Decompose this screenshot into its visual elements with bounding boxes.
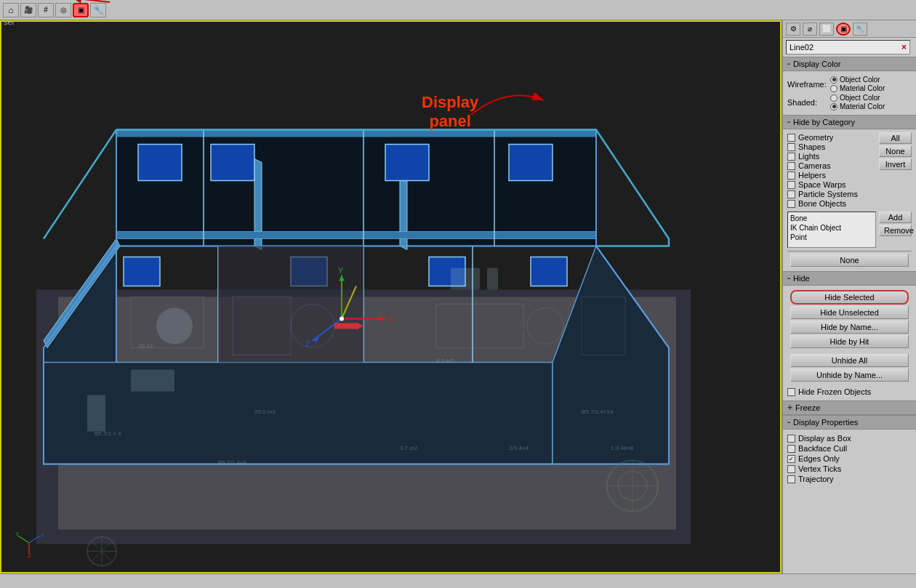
hide-category-title: Hide by Category (793, 118, 855, 126)
display-props-header[interactable]: - Display Properties (783, 415, 916, 430)
svg-rect-25 (211, 145, 254, 181)
cat-helpers-label: Helpers (798, 171, 826, 180)
none-button-bottom[interactable]: None (790, 254, 909, 267)
category-list: Geometry Shapes Lights Cameras (787, 132, 876, 209)
shaded-object-color[interactable]: Object Color (830, 94, 885, 102)
radio-shaded-material[interactable] (830, 103, 837, 110)
toolbar-icon-3[interactable]: # (38, 3, 54, 17)
object-name-field: Line02 × (786, 40, 910, 55)
cat-helpers: Helpers (787, 171, 876, 180)
svg-text:1.0 40×8: 1.0 40×8 (611, 445, 634, 451)
display-color-header[interactable]: - Display Color (783, 57, 916, 71)
shaded-object-label: Object Color (840, 94, 880, 102)
panel-icon-motion[interactable]: ⚙ (786, 23, 800, 36)
hide-by-hit-button[interactable]: Hide by Hit (790, 335, 909, 348)
toolbar-icon-2[interactable]: 🎥 (20, 3, 36, 17)
vertex-ticks-label: Vertex Ticks (798, 464, 841, 473)
cb-display-as-box[interactable] (787, 435, 795, 443)
freeze-section-header[interactable]: + Freeze (783, 400, 916, 415)
svg-text:X: X (41, 532, 44, 539)
svg-text:X: X (389, 315, 395, 323)
cat-cameras-label: Cameras (798, 161, 831, 170)
toolbar-icon-6[interactable]: 🔧 (90, 3, 106, 17)
cat-lights: Lights (787, 152, 876, 161)
hide-section-header[interactable]: - Hide (783, 271, 916, 286)
close-button[interactable]: × (901, 42, 907, 52)
svg-rect-27 (509, 145, 553, 181)
bone-item-bone: Bone (790, 214, 874, 223)
svg-rect-51 (334, 323, 356, 329)
panel-icon-display[interactable]: ▣ (836, 23, 851, 36)
svg-text:ser: ser (4, 20, 15, 26)
cat-lights-label: Lights (798, 152, 819, 161)
none-button-cat[interactable]: None (879, 145, 912, 157)
panel-icon-hierarchy[interactable]: ⌀ (803, 23, 817, 36)
axes-svg: X Y Z (15, 528, 44, 557)
svg-point-63 (156, 308, 193, 345)
radio-wireframe-material[interactable] (830, 85, 837, 92)
svg-rect-65 (87, 395, 105, 432)
cat-particles-label: Particle Systems (798, 190, 858, 198)
collapse-icon-4: - (787, 417, 790, 427)
backface-cull-label: Backface Cull (798, 444, 847, 453)
shaded-material-color[interactable]: Material Color (830, 102, 885, 110)
viewport[interactable]: X Y Z 10.10 (0, 20, 782, 573)
cb-lights[interactable] (787, 153, 795, 161)
panel-icon-utility[interactable]: ⬜ (819, 23, 834, 36)
unhide-all-button[interactable]: Unhide All (790, 354, 909, 367)
hide-category-header[interactable]: - Hide by Category (783, 115, 916, 129)
cb-trajectory[interactable] (787, 475, 795, 483)
display-props-title: Display Properties (793, 418, 858, 427)
main-area: X Y Z 10.10 (0, 20, 916, 573)
display-props-content: Display as Box Backface Cull Edges Only … (783, 430, 916, 488)
add-button[interactable]: Add (879, 212, 912, 223)
wireframe-row: Wireframe: Object Color Material Color (787, 76, 912, 92)
panel-icon-extra[interactable]: 🔧 (853, 23, 867, 36)
cb-hide-frozen[interactable] (787, 388, 795, 396)
bone-buttons: Add Remove (879, 212, 912, 248)
shaded-radio-group: Object Color Material Color (830, 94, 885, 110)
hide-selected-button[interactable]: Hide Selected (790, 290, 909, 305)
svg-rect-26 (385, 145, 429, 181)
cb-edges-only[interactable] (787, 455, 795, 463)
hide-unselected-button[interactable]: Hide Unselected (790, 306, 909, 319)
toolbar-icon-1[interactable]: ⌂ (3, 3, 19, 17)
svg-text:B5.7/1.4×14: B5.7/1.4×14 (582, 408, 614, 415)
cb-helpers[interactable] (787, 172, 795, 180)
trajectory-label: Trajectory (798, 475, 834, 483)
cb-spacewarps[interactable] (787, 181, 795, 189)
right-panel: ⚙ ⌀ ⬜ ▣ 🔧 Line02 × - Display Color Wiref… (782, 20, 916, 573)
wireframe-material-color[interactable]: Material Color (830, 84, 885, 92)
all-button[interactable]: All (879, 132, 912, 144)
svg-text:3.7 m2: 3.7 m2 (400, 445, 418, 451)
unhide-by-name-button[interactable]: Unhide by Name... (790, 368, 909, 382)
toolbar-icon-4[interactable]: ◎ (55, 3, 71, 17)
display-color-title: Display Color (793, 60, 840, 68)
cat-shapes: Shapes (787, 142, 876, 151)
scene-svg: X Y Z 10.10 (0, 20, 782, 573)
cb-shapes[interactable] (787, 143, 795, 151)
cb-cameras[interactable] (787, 162, 795, 170)
shaded-material-label: Material Color (840, 102, 885, 110)
radio-wireframe-object[interactable] (830, 76, 837, 84)
invert-button[interactable]: Invert (879, 158, 912, 170)
cb-backface-cull[interactable] (787, 445, 795, 453)
toolbar-icon-5[interactable]: ▣ (73, 3, 89, 17)
collapse-icon-3: - (787, 273, 790, 283)
svg-rect-24 (138, 145, 182, 181)
wireframe-object-color[interactable]: Object Color (830, 76, 885, 84)
cb-vertex-ticks[interactable] (787, 465, 795, 473)
cb-geometry[interactable] (787, 134, 795, 142)
svg-text:Y: Y (15, 531, 20, 537)
cb-bone-objects[interactable] (787, 200, 795, 208)
wireframe-object-label: Object Color (840, 76, 880, 84)
display-color-content: Wireframe: Object Color Material Color S… (783, 71, 916, 115)
radio-shaded-object[interactable] (830, 94, 837, 102)
remove-button[interactable]: Remove (879, 225, 912, 236)
svg-text:10.10: 10.10 (138, 343, 153, 350)
hide-by-name-button[interactable]: Hide by Name... (790, 321, 909, 334)
object-name-label: Line02 (790, 43, 813, 52)
cat-shapes-label: Shapes (798, 142, 825, 151)
cb-particles[interactable] (787, 190, 795, 198)
wireframe-material-label: Material Color (840, 84, 885, 92)
